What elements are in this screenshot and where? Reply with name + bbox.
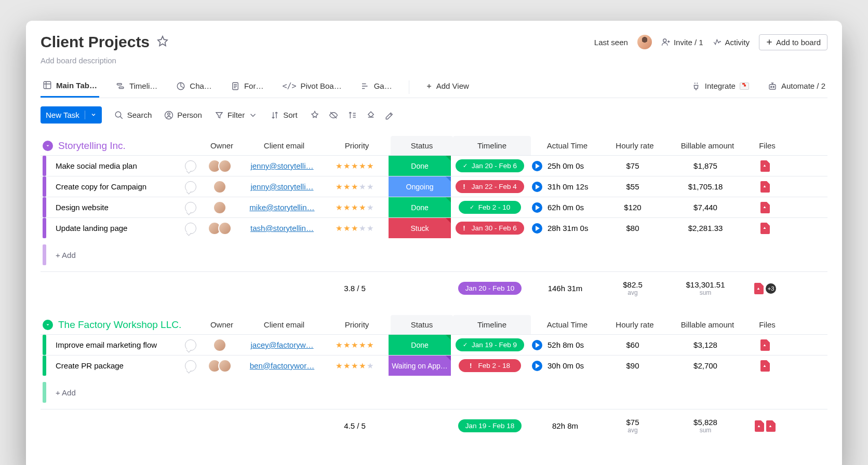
email-link[interactable]: jacey@factoryw… bbox=[243, 340, 321, 349]
column-header[interactable]: Owner bbox=[198, 141, 245, 150]
column-header[interactable]: Priority bbox=[323, 141, 391, 150]
avatar[interactable] bbox=[218, 222, 232, 235]
avatar[interactable] bbox=[218, 359, 232, 373]
email-link[interactable]: ben@factorywor… bbox=[243, 361, 321, 370]
timeline-pill[interactable]: Feb 2 - 18 bbox=[459, 359, 521, 372]
email-link[interactable]: jenny@storytelli… bbox=[243, 182, 321, 191]
tab-form[interactable]: For… bbox=[229, 77, 266, 97]
automate-button[interactable]: Automate / 2 bbox=[766, 77, 827, 97]
chat-icon[interactable] bbox=[185, 360, 196, 372]
column-header[interactable]: Timeline bbox=[453, 315, 531, 334]
column-header[interactable]: Files bbox=[749, 141, 785, 150]
chat-icon[interactable] bbox=[185, 181, 196, 193]
email-link[interactable]: tash@storytellin… bbox=[243, 224, 321, 232]
pdf-icon[interactable] bbox=[760, 339, 770, 351]
tab-timeline[interactable]: Timeli… bbox=[114, 77, 159, 97]
status-cell[interactable]: Waiting on App… bbox=[389, 355, 451, 376]
priority-stars[interactable]: ★★★★★ bbox=[321, 361, 389, 371]
collapse-icon[interactable] bbox=[43, 320, 53, 330]
pdf-icon[interactable] bbox=[760, 181, 770, 193]
height-icon[interactable] bbox=[348, 111, 357, 120]
play-icon[interactable] bbox=[532, 161, 542, 171]
tab-main[interactable]: Main Tab… bbox=[41, 76, 99, 98]
tab-chart[interactable]: Cha… bbox=[174, 77, 214, 97]
column-header[interactable]: Timeline bbox=[453, 136, 531, 155]
add-to-board-button[interactable]: Add to board bbox=[759, 34, 827, 50]
chat-icon[interactable] bbox=[185, 160, 196, 172]
timeline-pill[interactable]: Jan 22 - Feb 4 bbox=[456, 180, 524, 193]
column-header[interactable]: Priority bbox=[323, 320, 391, 329]
play-icon[interactable] bbox=[532, 340, 542, 350]
column-header[interactable]: Files bbox=[749, 320, 785, 329]
column-header[interactable]: Client email bbox=[245, 141, 323, 150]
owner-cell[interactable] bbox=[196, 335, 243, 355]
avatar[interactable] bbox=[213, 338, 226, 352]
column-header[interactable]: Actual Time bbox=[531, 320, 604, 329]
priority-stars[interactable]: ★★★★★ bbox=[321, 182, 389, 192]
timeline-pill[interactable]: Jan 19 - Feb 9 bbox=[456, 338, 524, 351]
new-task-button[interactable]: New Task bbox=[41, 106, 102, 124]
pin-icon[interactable] bbox=[310, 111, 319, 120]
column-header[interactable]: Status bbox=[391, 315, 453, 334]
priority-stars[interactable]: ★★★★★ bbox=[321, 340, 389, 350]
avatar[interactable] bbox=[218, 159, 232, 173]
pdf-icon[interactable] bbox=[760, 202, 770, 213]
pdf-icon[interactable] bbox=[760, 223, 770, 234]
play-icon[interactable] bbox=[532, 202, 542, 213]
tab-pivot[interactable]: </>Pivot Boa… bbox=[280, 77, 343, 97]
add-view-button[interactable]: Add View bbox=[424, 77, 471, 97]
avatar[interactable] bbox=[213, 180, 226, 194]
play-icon[interactable] bbox=[532, 361, 542, 371]
chat-icon[interactable] bbox=[185, 223, 196, 234]
board-description[interactable]: Add board description bbox=[41, 56, 827, 65]
integrate-button[interactable]: Integrate bbox=[689, 77, 751, 97]
column-header[interactable]: Billable amount bbox=[666, 320, 749, 329]
avatar[interactable] bbox=[637, 35, 652, 49]
filter-button[interactable]: Filter bbox=[215, 111, 258, 120]
column-header[interactable]: Owner bbox=[198, 320, 245, 329]
invite-button[interactable]: Invite / 1 bbox=[661, 37, 703, 47]
sort-button[interactable]: Sort bbox=[270, 111, 298, 120]
table-row[interactable]: Update landing page tash@storytellin… ★★… bbox=[41, 217, 827, 238]
timeline-pill[interactable]: Feb 2 - 10 bbox=[459, 201, 521, 214]
chat-icon[interactable] bbox=[185, 339, 196, 351]
timeline-pill[interactable]: Jan 30 - Feb 6 bbox=[456, 222, 524, 235]
owner-cell[interactable] bbox=[196, 156, 243, 176]
collapse-icon[interactable] bbox=[43, 141, 53, 151]
status-cell[interactable]: Done bbox=[389, 335, 451, 355]
priority-stars[interactable]: ★★★★★ bbox=[321, 203, 389, 212]
email-link[interactable]: jenny@storytelli… bbox=[243, 161, 321, 170]
search-button[interactable]: Search bbox=[114, 111, 152, 120]
status-cell[interactable]: Done bbox=[389, 156, 451, 176]
status-cell[interactable]: Stuck bbox=[389, 218, 451, 238]
column-header[interactable]: Hourly rate bbox=[604, 141, 666, 150]
avatar[interactable] bbox=[213, 201, 226, 214]
group-title[interactable]: The Factory Workshop LLC. bbox=[43, 319, 198, 331]
status-cell[interactable]: Ongoing bbox=[389, 176, 451, 197]
owner-cell[interactable] bbox=[196, 176, 243, 197]
add-task[interactable]: + Add bbox=[41, 376, 827, 409]
table-row[interactable]: Create copy for Campaign jenny@storytell… bbox=[41, 176, 827, 197]
hide-icon[interactable] bbox=[329, 111, 338, 120]
pdf-icon[interactable] bbox=[760, 160, 770, 172]
status-cell[interactable]: Done bbox=[389, 197, 451, 217]
tab-gantt[interactable]: Ga… bbox=[358, 77, 394, 97]
column-header[interactable]: Client email bbox=[245, 320, 323, 329]
group-title[interactable]: Storytelling Inc. bbox=[43, 140, 198, 152]
column-header[interactable]: Billable amount bbox=[666, 141, 749, 150]
activity-button[interactable]: Activity bbox=[713, 37, 750, 47]
owner-cell[interactable] bbox=[196, 218, 243, 238]
chat-icon[interactable] bbox=[185, 202, 196, 213]
email-link[interactable]: mike@storytellin… bbox=[243, 203, 321, 212]
timeline-pill[interactable]: Jan 20 - Feb 6 bbox=[456, 159, 524, 172]
column-header[interactable]: Status bbox=[391, 136, 453, 155]
priority-stars[interactable]: ★★★★★ bbox=[321, 224, 389, 233]
files-more-badge[interactable]: +3 bbox=[766, 283, 776, 294]
color-icon[interactable] bbox=[366, 111, 376, 120]
owner-cell[interactable] bbox=[196, 355, 243, 376]
play-icon[interactable] bbox=[532, 223, 542, 234]
add-task[interactable]: + Add bbox=[41, 238, 827, 272]
cleanup-icon[interactable] bbox=[385, 111, 394, 120]
table-row[interactable]: Improve email marketing flow jacey@facto… bbox=[41, 334, 827, 355]
column-header[interactable]: Actual Time bbox=[531, 141, 604, 150]
